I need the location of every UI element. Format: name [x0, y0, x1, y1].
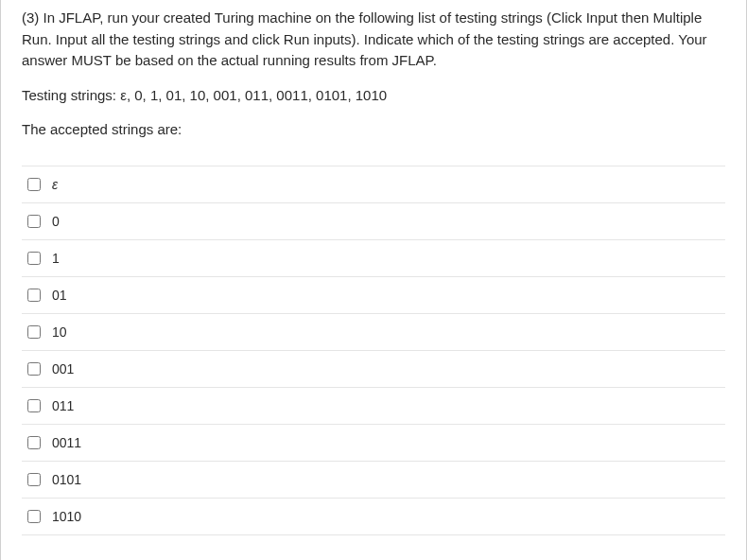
option-label: 011 [52, 398, 74, 413]
question-prompt: (3) In JFLAP, run your created Turing ma… [22, 8, 725, 72]
options-list: ε 0 1 01 10 001 011 0011 [22, 166, 725, 535]
option-label: 01 [52, 288, 67, 303]
accepted-strings-label: The accepted strings are: [22, 119, 725, 141]
option-checkbox-0[interactable] [27, 215, 41, 228]
option-row[interactable]: 1 [22, 240, 725, 277]
option-label: 001 [52, 361, 74, 376]
option-label: ε [52, 177, 58, 192]
option-checkbox-1010[interactable] [27, 510, 41, 523]
option-row[interactable]: 0011 [22, 425, 725, 462]
option-row[interactable]: ε [22, 166, 725, 203]
option-label: 10 [52, 324, 67, 340]
option-label: 0101 [52, 472, 81, 487]
option-row[interactable]: 1010 [22, 499, 725, 535]
question-container: (3) In JFLAP, run your created Turing ma… [1, 0, 746, 535]
option-checkbox-0011[interactable] [27, 436, 41, 449]
option-label: 0011 [52, 435, 81, 450]
option-checkbox-001[interactable] [27, 362, 41, 376]
option-checkbox-011[interactable] [27, 399, 41, 412]
option-row[interactable]: 10 [22, 314, 725, 351]
option-checkbox-10[interactable] [27, 325, 41, 339]
testing-strings-line: Testing strings: ε, 0, 1, 01, 10, 001, 0… [22, 85, 725, 107]
option-checkbox-epsilon[interactable] [27, 178, 41, 191]
option-checkbox-01[interactable] [27, 289, 41, 302]
option-row[interactable]: 0 [22, 203, 725, 240]
option-checkbox-1[interactable] [27, 252, 41, 265]
option-row[interactable]: 0101 [22, 462, 725, 499]
option-row[interactable]: 001 [22, 351, 725, 388]
option-checkbox-0101[interactable] [27, 473, 41, 486]
option-label: 1 [52, 251, 60, 266]
option-row[interactable]: 011 [22, 388, 725, 425]
option-row[interactable]: 01 [22, 277, 725, 314]
option-label: 1010 [52, 509, 81, 524]
option-label: 0 [52, 214, 60, 229]
